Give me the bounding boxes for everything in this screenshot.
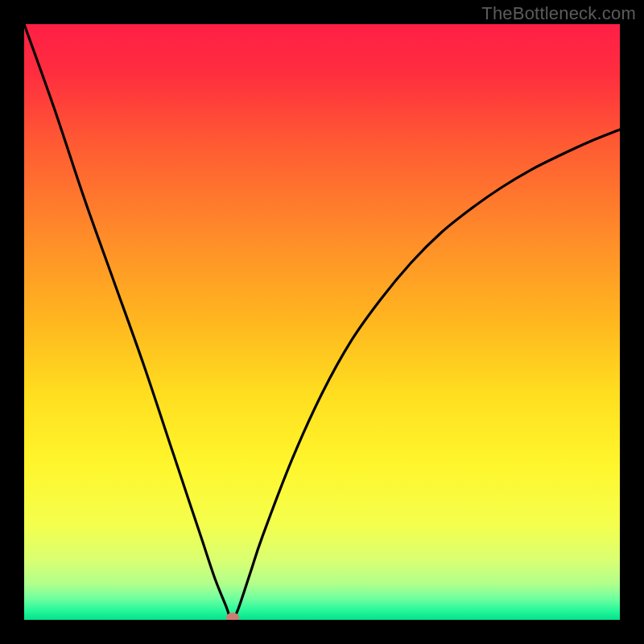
chart-frame: TheBottleneck.com [0,0,644,644]
watermark-text: TheBottleneck.com [481,3,636,24]
plot-area [24,24,620,620]
gradient-background [24,24,620,620]
bottleneck-chart [24,24,620,620]
